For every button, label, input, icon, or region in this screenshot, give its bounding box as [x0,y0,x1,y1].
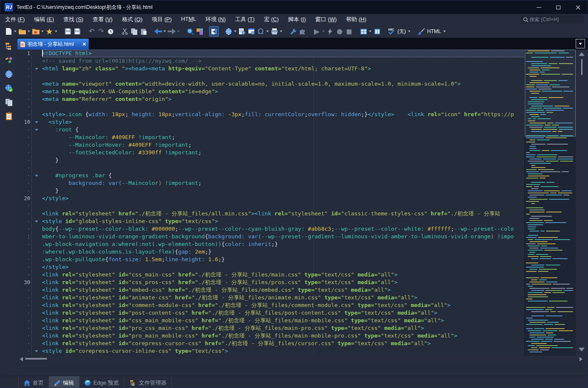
print-dropdown[interactable] [279,26,283,36]
code-line[interactable]: </style> [42,263,524,271]
compare-button[interactable] [195,26,204,36]
clipboard-icon[interactable] [4,111,14,121]
code-line[interactable]: #nprogress .bar { [42,172,524,179]
code-line[interactable]: :where(.wp-block-columns.is-layout-flex)… [42,248,524,256]
fold-arrow-icon[interactable] [32,121,42,123]
horizontal-scroll-thumb[interactable] [25,358,47,360]
menu-environment[interactable]: 环境 (N) [201,16,231,23]
menu-format[interactable]: 格式 (O) [117,16,147,23]
code-line[interactable]: mber-to-luminous-vivid-orange-gradient-b… [42,233,524,240]
snippets-shapes-icon[interactable] [4,55,14,65]
record-macro-button[interactable]: ● [335,26,344,36]
browser-globe-dropdown[interactable] [233,26,237,36]
code-line[interactable]: <link rel="stylesheet" id="comment-modul… [42,301,524,309]
code-line[interactable]: --Maincolor: #409EFF !important; [42,134,524,141]
run-dropdown[interactable] [321,26,326,36]
code-line[interactable]: </style> [42,195,524,202]
close-button[interactable] [568,0,588,14]
new-file-button[interactable] [4,26,13,36]
history-button[interactable] [106,26,115,36]
minimap[interactable] [524,50,576,356]
file-explorer-tree-icon[interactable] [4,41,14,51]
menu-tools[interactable]: 工具 (T) [231,16,259,23]
code-line[interactable]: <style id="corepress-cursor-inline-css" … [42,347,524,355]
undo-button[interactable]: ↶ [87,26,96,36]
open-folder-button[interactable] [17,26,27,36]
spellcheck-dropdown[interactable] [407,26,411,36]
code-line[interactable]: <style>.icon {width: 18px; height: 18px;… [42,111,524,118]
code-line[interactable]: <meta http-equiv="X-UA-Compatible" conte… [42,88,524,95]
code-line[interactable]: <link rel="stylesheet" id="embed-css" hr… [42,286,524,294]
toggle-side-panel-button[interactable] [209,26,219,36]
plugins-button[interactable] [298,26,307,36]
menu-html[interactable]: HTML [177,16,201,23]
preview-page-button[interactable] [237,26,247,36]
scroll-up-icon[interactable] [579,52,585,56]
scroll-left-icon[interactable] [20,357,23,361]
run-button[interactable]: ▶ [312,26,321,36]
spellcheck-button[interactable]: ABC [387,26,396,36]
find-button[interactable] [186,26,195,36]
code-line[interactable]: <!-- saved from url=(0018)https://myzwq.… [42,57,524,65]
quick-run-button[interactable] [326,26,335,36]
code-line[interactable]: <style id="global-styles-inline-css" typ… [42,218,524,225]
favorites-folder-button[interactable] [31,26,40,36]
search-input[interactable] [529,16,579,23]
code-line[interactable]: <html lang="zh" class=" "><head><meta ht… [42,65,524,73]
code-line[interactable]: <link rel="stylesheet" id="css_pros-css"… [42,279,524,286]
bottom-tab-edge-preview[interactable]: Edge 预览 [79,376,124,388]
code-line[interactable]: <meta name="Referrer" content="origin"> [42,95,524,103]
fold-arrow-icon[interactable] [32,350,42,352]
search-box[interactable] [520,15,584,24]
document-copy-icon[interactable] [4,97,14,107]
code-line[interactable]: <style> [42,118,524,126]
code-line[interactable]: <link rel="stylesheet" href="./初念瑾 - 分享站… [42,210,524,218]
code-line[interactable]: <link rel="stylesheet" id="pro_css_main-… [42,324,524,332]
tools-button[interactable] [288,26,298,36]
bottom-tab-home[interactable]: 首页 [18,376,49,388]
menu-macro[interactable]: 宏 (C) [259,16,284,23]
forward-button[interactable] [167,26,176,36]
copy-button[interactable] [129,26,139,36]
code-line[interactable]: --MaincolorHover: #409EFF !important; [42,141,524,149]
code-line[interactable]: .wp-block-pullquote{font-size: 1.5em;lin… [42,256,524,263]
favorites-star-dropdown[interactable] [54,26,58,36]
document-tab-active[interactable]: 初念瑾 - 分享站.html ✕ [17,39,89,50]
document-map-dropdown[interactable] [576,39,585,48]
code-line[interactable]: <meta name="viewport" content="width=dev… [42,80,524,88]
code-line[interactable] [42,164,524,172]
code-line[interactable]: background: var(--Maincolor) !important; [42,179,524,187]
vertical-scrollbar[interactable] [576,50,588,356]
menu-file[interactable]: 文件 (F) [0,16,29,23]
back-button[interactable] [153,26,163,36]
horizontal-scrollbar[interactable] [17,356,588,362]
fold-arrow-icon[interactable] [32,68,42,70]
bottom-tab-file-manager[interactable]: 文件管理器 [124,376,172,388]
menu-project[interactable]: 项目 (P) [147,16,177,23]
bottom-tab-edit[interactable]: 编辑 [49,376,79,388]
favorites-folder-dropdown[interactable] [40,26,45,36]
preview-browser-button[interactable] [247,26,256,36]
minimize-button[interactable] [529,0,549,14]
code-line[interactable]: :root { [42,126,524,134]
paste-button[interactable] [139,26,148,36]
menu-find[interactable]: 查找 (S) [59,16,88,23]
code-line[interactable]: --fontSelectedColor: #3390ff !important; [42,149,524,156]
print-button[interactable] [270,26,279,36]
scroll-down-icon[interactable] [579,348,585,352]
open-folder-dropdown[interactable] [27,26,31,36]
layout-panels-dropdown[interactable] [368,26,372,36]
cut-button[interactable] [120,26,129,36]
menu-window[interactable]: 窗口 (W) [311,16,342,23]
stop-button[interactable]: ■ [344,26,354,36]
layout-panels-button[interactable] [359,26,368,36]
code-line[interactable]: body{--wp--preset--color--black: #000000… [42,225,524,233]
code-line[interactable]: <link rel="stylesheet" id="post-content-… [42,309,524,317]
redo-button[interactable]: ↷ [96,26,106,36]
save-all-button[interactable] [73,26,82,36]
web-globe-check-icon[interactable] [4,83,14,93]
syntax-dropdown[interactable] [442,26,447,36]
code-line[interactable]: <link rel="stylesheet" id="css_main-css"… [42,271,524,279]
code-area[interactable]: <!DOCTYPE html><!-- saved from url=(0018… [42,50,524,356]
web-globe-icon[interactable] [4,69,14,79]
